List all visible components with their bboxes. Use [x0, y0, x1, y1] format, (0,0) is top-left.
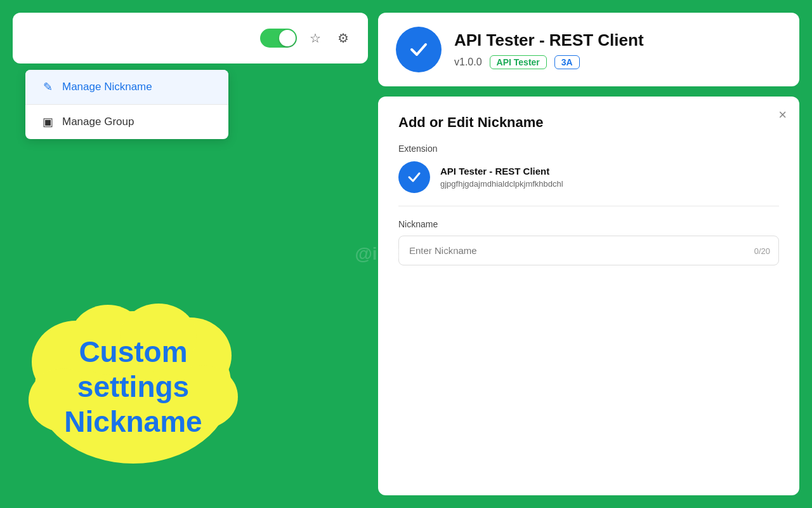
cloud-text: Custom settings Nickname	[44, 335, 222, 440]
toggle-switch[interactable]	[260, 29, 297, 48]
extension-card: ☆ ⚙	[13, 13, 368, 64]
ext-tag-api: API Tester	[490, 55, 547, 69]
group-icon: ▣	[41, 115, 55, 129]
right-panel: API Tester - REST Client v1.0.0 API Test…	[378, 13, 799, 495]
ext-row-name: API Tester - REST Client	[440, 166, 563, 177]
ext-icon-circle-large	[396, 27, 442, 72]
manage-nickname-item[interactable]: ✎ Manage Nickname	[25, 70, 228, 104]
nickname-label: Nickname	[398, 219, 779, 229]
dialog-title: Add or Edit Nickname	[398, 114, 779, 131]
manage-group-item[interactable]: ▣ Manage Group	[25, 105, 228, 139]
manage-nickname-label: Manage Nickname	[62, 81, 152, 93]
ext-meta: v1.0.0 API Tester 3A	[454, 55, 782, 69]
ext-row: API Tester - REST Client gjpgfhjgdajmdhi…	[398, 161, 779, 193]
nickname-input[interactable]	[398, 236, 779, 265]
section-divider	[398, 206, 779, 206]
ext-title: API Tester - REST Client	[454, 30, 782, 50]
ext-row-id: gjpgfhjgdajmdhialdclpkjmfkhbdchl	[440, 179, 563, 189]
ext-version: v1.0.0	[454, 57, 482, 68]
dropdown-menu: ✎ Manage Nickname ▣ Manage Group	[25, 70, 228, 139]
nickname-dialog: Add or Edit Nickname × Extension API Tes…	[378, 97, 799, 495]
manage-group-label: Manage Group	[62, 116, 134, 128]
nickname-input-wrap: 0/20	[398, 236, 779, 265]
ext-header-card: API Tester - REST Client v1.0.0 API Test…	[378, 13, 799, 86]
ext-row-info: API Tester - REST Client gjpgfhjgdajmdhi…	[440, 166, 563, 189]
left-panel: ☆ ⚙ ✎ Manage Nickname ▣ Manage Group	[13, 13, 368, 495]
star-icon[interactable]: ☆	[306, 29, 325, 48]
close-button[interactable]: ×	[778, 108, 787, 122]
extension-section-label: Extension	[398, 144, 779, 154]
edit-icon: ✎	[41, 80, 55, 94]
cloud-bubble: Custom settings Nickname	[25, 286, 241, 489]
nickname-counter: 0/20	[754, 246, 770, 255]
ext-tag-3a: 3A	[554, 55, 580, 69]
gear-icon[interactable]: ⚙	[334, 29, 353, 48]
ext-header-info: API Tester - REST Client v1.0.0 API Test…	[454, 30, 782, 69]
ext-icon-circle-small	[398, 161, 430, 193]
